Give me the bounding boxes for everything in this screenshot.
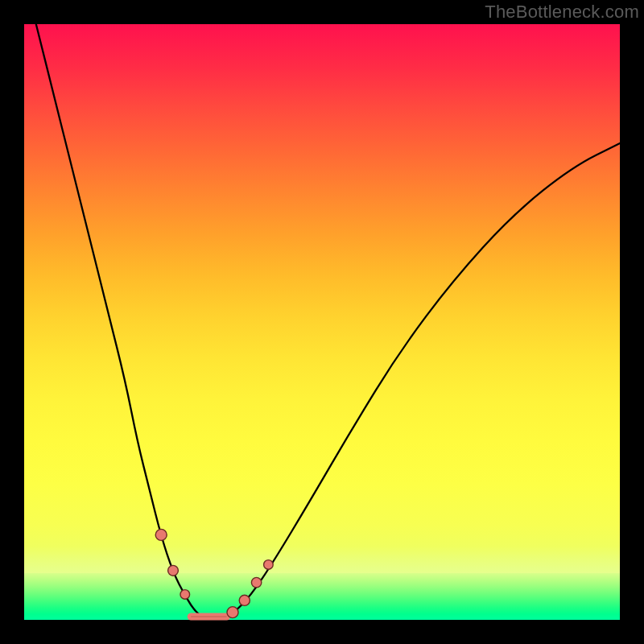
marker-bead xyxy=(227,607,238,618)
watermark-text: TheBottleneck.com xyxy=(485,2,639,23)
marker-bead xyxy=(251,577,261,587)
marker-bead xyxy=(239,595,250,605)
chart-frame: TheBottleneck.com xyxy=(0,0,644,644)
bottleneck-curve xyxy=(36,24,620,620)
marker-bead xyxy=(155,529,167,540)
plot-overlay xyxy=(24,24,620,620)
marker-bead xyxy=(264,560,274,570)
marker-bead xyxy=(168,565,179,576)
marker-beads xyxy=(155,529,273,617)
marker-bead xyxy=(180,590,190,600)
